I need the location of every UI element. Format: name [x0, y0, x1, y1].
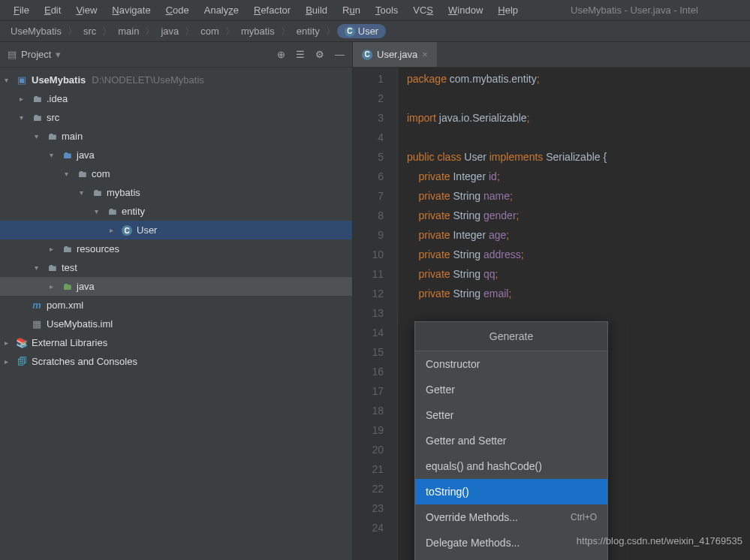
popup-item[interactable]: Setter [415, 402, 607, 428]
tree-src[interactable]: ▾🖿src [0, 108, 352, 127]
collapse-icon[interactable]: ☰ [296, 49, 305, 60]
tree-test[interactable]: ▾🖿test [0, 258, 352, 277]
popup-title: Generate [415, 322, 607, 351]
tree-mybatis[interactable]: ▾🖿mybatis [0, 183, 352, 202]
menu-code[interactable]: Code [158, 2, 197, 19]
window-title: UseMybatis - User.java - Intel [571, 5, 698, 16]
gutter: 123456789101112131415161718192021222324 [353, 68, 398, 560]
crumb[interactable]: com [196, 24, 224, 38]
tree-iml[interactable]: ▦UseMybatis.iml [0, 315, 352, 333]
tree-com[interactable]: ▾🖿com [0, 164, 352, 183]
tree-resources[interactable]: ▸🖿resources [0, 239, 352, 258]
menu-analyze[interactable]: Analyze [197, 2, 246, 19]
menu-help[interactable]: Help [490, 2, 526, 19]
crumb[interactable]: mybatis [236, 24, 279, 38]
tree-root[interactable]: ▾▣UseMybatisD:\NODELET\UseMybatis [0, 71, 352, 89]
package-icon: 🖿 [90, 187, 104, 198]
popup-item[interactable]: Getter and Setter [415, 428, 607, 453]
menu-vcs[interactable]: VCS [405, 2, 441, 19]
library-icon: 📚 [15, 337, 29, 348]
project-title[interactable]: Project [21, 49, 51, 60]
popup-item[interactable]: equals() and hashCode() [415, 453, 607, 479]
menu-refactor[interactable]: Refactor [246, 2, 298, 19]
code-editor[interactable]: 123456789101112131415161718192021222324 … [353, 68, 750, 560]
close-icon[interactable]: × [422, 49, 428, 60]
popup-item[interactable]: Constructor [415, 351, 607, 377]
editor-tab-user[interactable]: C User.java × [353, 42, 437, 67]
folder-icon: 🖿 [30, 93, 44, 104]
watermark: https://blog.csdn.net/weixin_41769535 [577, 535, 742, 546]
iml-icon: ▦ [30, 318, 44, 330]
menu-edit[interactable]: Edit [37, 2, 68, 19]
maven-icon: m [30, 300, 44, 311]
crumb[interactable]: src [79, 24, 101, 38]
tree-scratches[interactable]: ▸🗐Scratches and Consoles [0, 352, 352, 371]
project-tree[interactable]: ▾▣UseMybatisD:\NODELET\UseMybatis ▸🖿.ide… [0, 68, 352, 560]
popup-item[interactable]: Test... [415, 555, 607, 560]
tree-pom[interactable]: mpom.xml [0, 296, 352, 315]
tree-external[interactable]: ▸📚External Libraries [0, 333, 352, 352]
tree-idea[interactable]: ▸🖿.idea [0, 89, 352, 108]
popup-item[interactable]: toString() [415, 479, 607, 504]
tree-main[interactable]: ▾🖿main [0, 127, 352, 146]
menu-view[interactable]: View [68, 2, 104, 19]
project-tab-icon: ▤ [8, 49, 17, 60]
class-icon: C [120, 224, 134, 236]
crumb[interactable]: main [113, 24, 143, 38]
menu-file[interactable]: File [6, 2, 37, 19]
folder-icon: 🖿 [45, 262, 59, 273]
scratches-icon: 🗐 [15, 356, 29, 367]
hide-icon[interactable]: — [335, 49, 345, 60]
test-folder-icon: 🖿 [60, 281, 74, 292]
editor-pane: C User.java × 12345678910111213141516171… [353, 42, 750, 560]
popup-item[interactable]: Override Methods...Ctrl+O [415, 504, 607, 530]
target-icon[interactable]: ⊕ [277, 49, 285, 60]
menu-run[interactable]: Run [335, 2, 368, 19]
breadcrumb: UseMybatis〉 src〉 main〉 java〉 com〉 mybati… [0, 21, 750, 42]
package-icon: 🖿 [105, 206, 119, 217]
folder-icon: 🖿 [45, 131, 59, 142]
module-icon: ▣ [15, 74, 29, 86]
package-icon: 🖿 [75, 168, 89, 179]
tree-java[interactable]: ▾🖿java [0, 146, 352, 164]
project-tool-window: ▤ Project ▾ ⊕ ☰ ⚙ — ▾▣UseMybatisD:\NODEL… [0, 42, 353, 560]
menu-window[interactable]: Window [441, 2, 490, 19]
menu-navigate[interactable]: Navigate [104, 2, 158, 19]
class-icon: C [345, 26, 355, 37]
crumb[interactable]: java [156, 24, 183, 38]
tree-user[interactable]: ▸CUser [0, 221, 352, 239]
source-folder-icon: 🖿 [60, 149, 74, 161]
resources-icon: 🖿 [60, 243, 74, 254]
editor-tabs: C User.java × [353, 42, 750, 68]
popup-item[interactable]: Getter [415, 377, 607, 402]
crumb-active[interactable]: CUser [337, 24, 386, 38]
crumb[interactable]: UseMybatis [6, 24, 66, 38]
tab-label: User.java [377, 49, 417, 60]
crumb[interactable]: entity [292, 24, 324, 38]
class-icon: C [362, 50, 372, 60]
folder-icon: 🖿 [30, 112, 44, 123]
menubar: File Edit View Navigate Code Analyze Ref… [0, 0, 750, 21]
dropdown-icon[interactable]: ▾ [56, 49, 61, 60]
menu-tools[interactable]: Tools [368, 2, 405, 19]
tree-test-java[interactable]: ▸🖿java [0, 277, 352, 296]
gear-icon[interactable]: ⚙ [315, 49, 324, 60]
menu-build[interactable]: Build [298, 2, 335, 19]
tree-entity[interactable]: ▾🖿entity [0, 202, 352, 221]
generate-popup: Generate ConstructorGetterSetterGetter a… [414, 321, 608, 560]
